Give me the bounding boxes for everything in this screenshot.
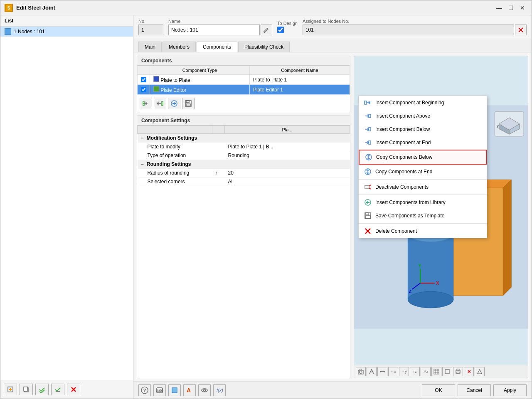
add-from-library-btn[interactable] <box>168 98 180 109</box>
list-item[interactable]: 1 Nodes : 101 <box>0 27 133 37</box>
tab-members[interactable]: Members <box>163 42 196 52</box>
app-icon: S <box>5 4 13 12</box>
vp-btn-measure[interactable] <box>377 367 387 376</box>
row-checkbox-1[interactable] <box>141 77 146 82</box>
insert-library-icon <box>364 198 372 207</box>
name-input[interactable] <box>168 25 260 35</box>
list-item-color <box>5 28 11 35</box>
toolbar-btn-num[interactable]: 0.00 <box>153 384 166 396</box>
main-window: S Edit Steel Joint — ☐ ✕ List 1 Nodes : … <box>0 0 532 399</box>
to-design-checkbox[interactable] <box>277 27 284 33</box>
toolbar-btn-fx[interactable]: f(x) <box>213 384 226 396</box>
vp-btn-cancel[interactable]: ✕ <box>464 367 474 376</box>
svg-line-10 <box>267 28 268 29</box>
menu-copy-end[interactable]: Copy Components at End <box>359 165 487 178</box>
group-label-2: Rounding Settings <box>147 161 191 167</box>
close-button[interactable]: ✕ <box>517 3 527 13</box>
tab-main[interactable]: Main <box>138 42 162 52</box>
menu-insert-below[interactable]: Insert Component Below <box>359 123 487 136</box>
setting-sym-3: r <box>212 169 225 177</box>
delete-item-button[interactable] <box>67 384 80 395</box>
settings-col3: Pla... <box>225 126 350 134</box>
save-template-btn[interactable] <box>182 98 195 109</box>
menu-insert-beginning[interactable]: Insert Component at Beginning <box>359 96 487 109</box>
vp-btn-x[interactable]: ←x <box>388 367 398 376</box>
row-type-2: Plate Editor <box>150 85 250 95</box>
cancel-button[interactable]: Cancel <box>458 384 491 396</box>
vp-btn-z[interactable]: ↑z <box>410 367 420 376</box>
svg-rect-24 <box>186 104 190 106</box>
name-group: Name <box>168 19 272 35</box>
vp-btn-shape[interactable] <box>475 367 485 376</box>
vp-btn-arrow[interactable] <box>367 367 377 376</box>
left-content: Components Component Type Component Name <box>137 56 350 378</box>
svg-text:A: A <box>187 387 191 394</box>
insert-end-icon <box>364 138 372 147</box>
title-bar: S Edit Steel Joint — ☐ ✕ <box>0 0 532 15</box>
setting-val-3[interactable]: 20 <box>225 169 350 177</box>
toolbar-btn-eye[interactable] <box>198 384 211 396</box>
svg-rect-48 <box>369 114 371 118</box>
vp-btn-tz[interactable]: ↗z <box>421 367 431 376</box>
ok-button[interactable]: OK <box>422 384 455 396</box>
copy-item-button[interactable] <box>20 384 33 395</box>
menu-delete[interactable]: Delete Component <box>359 224 487 238</box>
menu-copy-below[interactable]: Copy Components Below <box>359 150 487 165</box>
tab-components[interactable]: Components <box>197 42 237 52</box>
right-panel: No. Name To Design <box>133 15 532 399</box>
collapse-icon-2[interactable]: − <box>141 161 144 167</box>
left-panel: List 1 Nodes : 101 <box>0 15 133 399</box>
nodes-clear-button[interactable] <box>515 25 527 35</box>
menu-insert-library[interactable]: Insert Components from Library <box>359 196 487 209</box>
no-label: No. <box>138 19 163 24</box>
uncheck-all-button[interactable] <box>51 384 64 395</box>
vp-btn-camera[interactable] <box>356 367 366 376</box>
menu-save-template[interactable]: Save Components as Template <box>359 209 487 222</box>
svg-text:y: y <box>497 124 499 128</box>
assigned-input-group <box>303 25 527 35</box>
name-edit-button[interactable] <box>261 25 272 35</box>
menu-label-insert-below: Insert Component Below <box>375 126 430 132</box>
no-input[interactable] <box>138 25 163 35</box>
table-row[interactable]: Plate to Plate Plate to Plate 1 <box>138 75 350 85</box>
settings-row: Plate to modify Plate to Plate 1 | B... <box>138 143 350 151</box>
vp-btn-box[interactable] <box>442 367 452 376</box>
toolbar-btn-help[interactable]: ? <box>138 384 151 396</box>
vp-btn-grid[interactable] <box>431 367 441 376</box>
menu-insert-end[interactable]: Insert Component at End <box>359 136 487 149</box>
maximize-button[interactable]: ☐ <box>506 3 516 13</box>
setting-val-1[interactable]: Plate to Plate 1 | B... <box>225 143 350 151</box>
svg-point-69 <box>360 371 362 374</box>
settings-row: Type of operation Rounding <box>138 151 350 160</box>
setting-val-4[interactable]: All <box>225 177 350 186</box>
insert-end-btn[interactable] <box>154 98 166 109</box>
svg-text:0.00: 0.00 <box>156 389 163 393</box>
settings-col1 <box>138 126 212 134</box>
vp-btn-y[interactable]: →y <box>399 367 409 376</box>
menu-insert-above[interactable]: Insert Component Above <box>359 109 487 123</box>
add-item-button[interactable] <box>4 384 17 395</box>
assigned-input[interactable] <box>303 25 514 35</box>
check-all-button[interactable] <box>35 384 49 395</box>
toolbar-btn-font[interactable]: A <box>183 384 196 396</box>
settings-col2 <box>212 126 225 134</box>
vp-btn-print[interactable] <box>453 367 463 376</box>
row-check-2 <box>141 87 146 92</box>
context-menu: Insert Component at Beginning Insert Com… <box>358 96 487 238</box>
row-checkbox-2[interactable] <box>141 87 146 92</box>
table-row[interactable]: Plate Editor Plate Editor 1 <box>138 85 350 95</box>
cube-navigator[interactable]: y <box>495 111 524 136</box>
components-title: Components <box>137 56 350 66</box>
menu-label-save-template: Save Components as Template <box>375 213 445 219</box>
setting-sym-4 <box>212 177 225 186</box>
menu-deactivate[interactable]: Deactivate Components <box>359 180 487 194</box>
minimize-button[interactable]: — <box>494 3 504 13</box>
collapse-icon-1[interactable]: − <box>141 135 144 141</box>
setting-val-2[interactable]: Rounding <box>225 151 350 160</box>
tab-plausibility[interactable]: Plausibility Check <box>238 42 290 52</box>
tabs-bar: Main Members Components Plausibility Che… <box>133 39 532 52</box>
svg-text:?: ? <box>143 388 146 393</box>
toolbar-btn-square[interactable] <box>168 384 181 396</box>
apply-button[interactable]: Apply <box>493 384 527 396</box>
insert-begin-btn[interactable] <box>140 98 152 109</box>
